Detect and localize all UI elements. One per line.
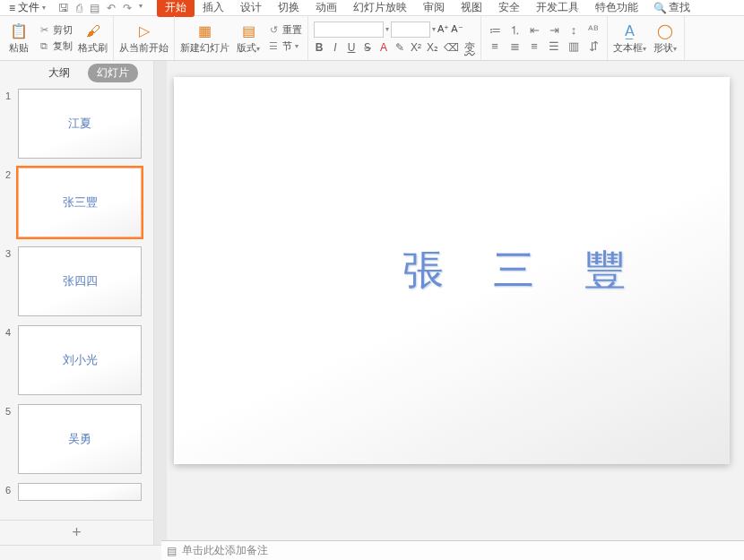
new-slide-label: 新建幻灯片 bbox=[180, 41, 229, 55]
preview-icon[interactable]: ▤ bbox=[90, 2, 99, 14]
paste-button[interactable]: 📋 粘贴 bbox=[5, 22, 32, 55]
file-menu[interactable]: ≡ 文件 ▾ bbox=[4, 0, 51, 15]
slide-number: 1 bbox=[5, 89, 14, 101]
tab-insert[interactable]: 插入 bbox=[195, 0, 232, 17]
slide-thumb-row: 5 吴勇 bbox=[5, 404, 148, 474]
slide-thumb-row: 6 bbox=[5, 483, 148, 501]
tab-special[interactable]: 特色功能 bbox=[587, 0, 646, 17]
subscript-button[interactable]: X₂ bbox=[427, 41, 438, 54]
font-color-button[interactable]: A bbox=[378, 41, 389, 54]
copy-icon: ⧉ bbox=[38, 40, 50, 53]
shape-button[interactable]: ◯ 形状▾ bbox=[652, 22, 679, 55]
slide-number: 4 bbox=[5, 325, 14, 338]
align-center-button[interactable]: ≣ bbox=[506, 39, 523, 54]
slide-thumb-4[interactable]: 刘小光 bbox=[18, 325, 142, 395]
reset-button[interactable]: ↺重置 bbox=[267, 22, 302, 38]
tab-transition[interactable]: 切换 bbox=[270, 0, 307, 17]
slide-thumb-5[interactable]: 吴勇 bbox=[18, 404, 142, 474]
from-current-button[interactable]: ▷ 从当前开始 bbox=[119, 22, 169, 55]
tab-design[interactable]: 设计 bbox=[232, 0, 270, 17]
thumb-text: 吴勇 bbox=[68, 431, 91, 447]
increase-font-icon[interactable]: A⁺ bbox=[437, 23, 449, 35]
chevron-down-icon[interactable]: ▾ bbox=[432, 25, 436, 33]
tab-review[interactable]: 审阅 bbox=[415, 0, 453, 17]
thumbnails-list: 1 江夏 2 张三豐 3 张四四 4 刘小光 5 吴勇 6 bbox=[0, 85, 153, 520]
tab-view[interactable]: 视图 bbox=[453, 0, 490, 17]
chevron-down-icon[interactable]: ▾ bbox=[385, 25, 389, 33]
justify-button[interactable]: ☰ bbox=[546, 39, 562, 54]
thumb-text: 江夏 bbox=[68, 116, 91, 132]
strike-button[interactable]: S̶ bbox=[362, 41, 373, 54]
bullets-button[interactable]: ≔ bbox=[487, 23, 503, 38]
notes-icon: ▤ bbox=[167, 545, 177, 557]
italic-button[interactable]: I bbox=[330, 41, 341, 54]
redo-icon[interactable]: ↷ bbox=[123, 2, 132, 14]
align-vertical-button[interactable]: ⇵ bbox=[585, 39, 601, 54]
slide-thumb-1[interactable]: 江夏 bbox=[18, 89, 142, 159]
save-icon[interactable]: 🖫 bbox=[58, 2, 69, 14]
format-painter-button[interactable]: 🖌 格式刷 bbox=[78, 22, 108, 55]
thumb-text: 张三豐 bbox=[63, 194, 98, 211]
search-button[interactable]: 🔍 查找 bbox=[653, 0, 690, 15]
bold-button[interactable]: B bbox=[314, 41, 324, 54]
section-button[interactable]: ☰节▾ bbox=[267, 39, 302, 54]
increase-indent-button[interactable]: ⇥ bbox=[546, 23, 562, 38]
menu-icon: ≡ bbox=[9, 2, 15, 14]
columns-button[interactable]: ▥ bbox=[566, 39, 582, 54]
slide-number: 3 bbox=[5, 246, 14, 259]
quick-access: 🖫 ⎙ ▤ ↶ ↷ ▾ bbox=[53, 2, 148, 14]
font-size-input[interactable] bbox=[391, 22, 430, 38]
slide-thumb-row: 4 刘小光 bbox=[5, 325, 148, 395]
tab-slideshow[interactable]: 幻灯片放映 bbox=[345, 0, 415, 17]
ribbon-tabs: 开始 插入 设计 切换 动画 幻灯片放映 审阅 视图 安全 开发工具 特色功能 bbox=[157, 0, 646, 17]
slide-thumb-6[interactable] bbox=[18, 483, 142, 501]
notes-pane[interactable]: ▤ 单击此处添加备注 bbox=[161, 540, 744, 560]
undo-icon[interactable]: ↶ bbox=[107, 2, 116, 14]
paste-label: 粘贴 bbox=[9, 41, 29, 55]
phonetic-button[interactable]: 变 bbox=[464, 40, 475, 56]
slide-thumb-3[interactable]: 张四四 bbox=[18, 246, 142, 316]
print-icon[interactable]: ⎙ bbox=[76, 2, 82, 14]
clear-format-button[interactable]: ⌫ bbox=[444, 41, 459, 54]
tab-security[interactable]: 安全 bbox=[490, 0, 528, 17]
underline-button[interactable]: U bbox=[346, 41, 357, 54]
brush-icon: 🖌 bbox=[84, 22, 102, 40]
numbering-button[interactable]: ⒈ bbox=[506, 23, 523, 38]
new-slide-button[interactable]: ▦ 新建幻灯片 bbox=[180, 22, 229, 55]
ribbon: 📋 粘贴 ✂剪切 ⧉复制 🖌 格式刷 ▷ 从当前开始 ▦ 新建幻灯片 bbox=[0, 16, 744, 61]
add-slide-button[interactable]: + bbox=[0, 520, 153, 545]
superscript-button[interactable]: X² bbox=[411, 41, 421, 54]
text-direction-button[interactable]: ᴬᴮ bbox=[585, 23, 601, 38]
paragraph-group: ≔ ⒈ ⇤ ⇥ ↕ ᴬᴮ ≡ ≣ ≡ ☰ ▥ ⇵ bbox=[481, 16, 608, 60]
customize-chevron-icon[interactable]: ▾ bbox=[139, 2, 143, 14]
paste-icon: 📋 bbox=[10, 22, 28, 40]
decrease-font-icon[interactable]: A⁻ bbox=[451, 23, 463, 35]
align-right-button[interactable]: ≡ bbox=[526, 39, 542, 54]
line-spacing-button[interactable]: ↕ bbox=[566, 23, 582, 38]
cut-button[interactable]: ✂剪切 bbox=[38, 22, 73, 38]
tab-developer[interactable]: 开发工具 bbox=[528, 0, 587, 17]
font-name-input[interactable] bbox=[314, 22, 384, 38]
decrease-indent-button[interactable]: ⇤ bbox=[526, 23, 542, 38]
outline-tab[interactable]: 大纲 bbox=[39, 64, 79, 82]
slide-panel: 大纲 幻灯片 1 江夏 2 张三豐 3 张四四 4 刘小光 5 吴勇 bbox=[0, 61, 154, 545]
copy-button[interactable]: ⧉复制 bbox=[38, 39, 73, 54]
align-left-button[interactable]: ≡ bbox=[487, 39, 503, 54]
tab-animation[interactable]: 动画 bbox=[307, 0, 345, 17]
insert-group: A̲ 文本框▾ ◯ 形状▾ bbox=[608, 16, 685, 60]
slide-number: 6 bbox=[5, 483, 14, 495]
tab-start[interactable]: 开始 bbox=[157, 0, 195, 17]
shape-icon: ◯ bbox=[656, 22, 674, 40]
textbox-button[interactable]: A̲ 文本框▾ bbox=[613, 22, 646, 55]
highlight-button[interactable]: ✎ bbox=[394, 41, 405, 54]
slide-thumb-2[interactable]: 张三豐 bbox=[18, 168, 142, 237]
scissors-icon: ✂ bbox=[38, 24, 50, 37]
workspace: 大纲 幻灯片 1 江夏 2 张三豐 3 张四四 4 刘小光 5 吴勇 bbox=[0, 61, 744, 545]
layout-button[interactable]: ▤ 版式▾ bbox=[235, 22, 262, 55]
search-icon: 🔍 bbox=[653, 2, 667, 14]
slide-title-text[interactable]: 張 三 豐 bbox=[259, 243, 645, 298]
textbox-icon: A̲ bbox=[621, 22, 639, 40]
slide-canvas[interactable]: 張 三 豐 bbox=[174, 77, 730, 464]
slides-tab[interactable]: 幻灯片 bbox=[88, 64, 138, 82]
from-current-label: 从当前开始 bbox=[119, 41, 169, 55]
